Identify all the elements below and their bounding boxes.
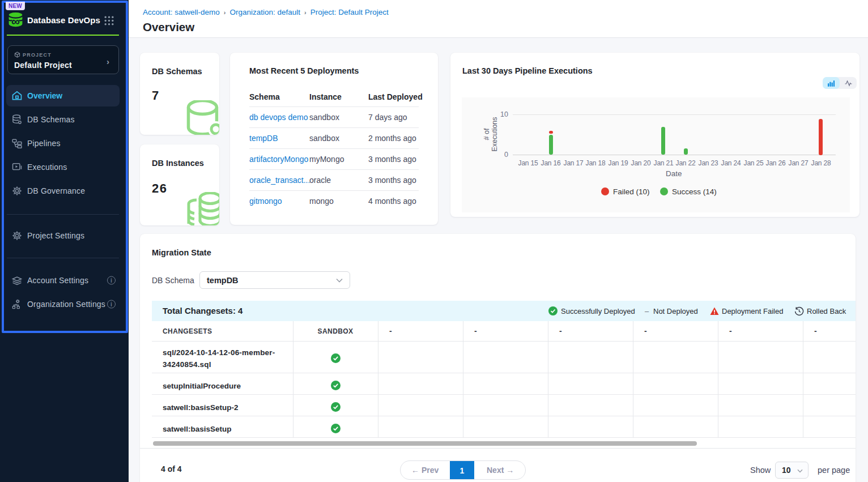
svg-text:∞: ∞ (11, 15, 20, 28)
